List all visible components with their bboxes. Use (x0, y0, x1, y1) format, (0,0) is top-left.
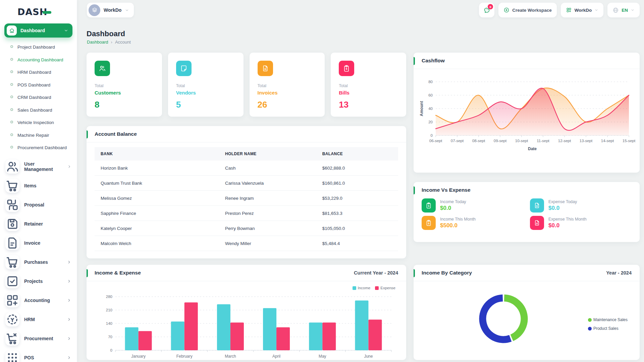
svg-text:70: 70 (108, 335, 112, 339)
legend-swatch (353, 286, 356, 290)
stat-card-vendors: TotalVendors5 (168, 53, 244, 117)
sidebar-subitem-sales-dashboard[interactable]: Sales Dashboard (0, 104, 77, 117)
legend-swatch (588, 318, 592, 322)
svg-text:07-sept: 07-sept (451, 139, 464, 143)
legend-item-product-sales[interactable]: Product Sales (588, 326, 628, 331)
gridPlus-icon (5, 293, 19, 307)
legend-item-expense[interactable]: Expense (375, 286, 395, 290)
stat-value: 13 (339, 100, 398, 110)
subitem-label: Project Dashboard (17, 44, 55, 50)
legend-item-income[interactable]: Income (353, 286, 371, 290)
sidebar-item-label: Purchases (24, 259, 48, 265)
svg-text:February: February (176, 354, 193, 359)
sidebar-subitem-project-dashboard[interactable]: Project Dashboard (0, 41, 77, 54)
create-workspace-button[interactable]: Create Workspace (498, 3, 557, 17)
sidebar-subitem-hrm-dashboard[interactable]: HRM Dashboard (0, 66, 77, 79)
sidebar-item-label: HRM (24, 317, 35, 322)
sidebar-subitem-vehicle-inspection[interactable]: Vehicle Inspection (0, 116, 77, 129)
summary-value: $0.0 (548, 205, 577, 212)
subitem-label: POS Dashboard (17, 82, 50, 88)
stat-value: 5 (176, 100, 235, 110)
sidebar-sections: User ManagementItemsProposalRetainerInvo… (0, 158, 77, 362)
legend-item-maintenance-sales[interactable]: Maintenance Sales (588, 317, 628, 322)
sidebar-item-procurement[interactable]: Procurement (0, 330, 77, 347)
chevron-right-icon (67, 317, 71, 322)
sidebar-item-retainer[interactable]: Retainer (0, 216, 77, 232)
sidebar-item-accounting[interactable]: Accounting (0, 292, 77, 309)
sidebar-item-label: Projects (24, 279, 43, 284)
table-cell: $5,484.4 (316, 236, 398, 251)
sidebar-subitem-pos-dashboard[interactable]: POS Dashboard (0, 79, 77, 92)
sidebar-item-items[interactable]: Items (0, 177, 77, 194)
summary-value: $500.0 (440, 222, 476, 229)
panel-title: Income Vs Expense (422, 187, 471, 193)
income-by-category-panel: Income By Category Year - 2024 Maintenan… (414, 265, 640, 360)
subitem-label: Sales Dashboard (17, 107, 52, 113)
app-logo[interactable]: DASH (17, 7, 51, 17)
language-code: EN (622, 8, 628, 13)
subitem-label: CRM Dashboard (17, 95, 51, 101)
table-cell: Carissa Valenzuela (219, 176, 316, 191)
bullet-icon (10, 70, 13, 73)
notifications-button[interactable]: 0 (479, 3, 494, 17)
sidebar-item-purchases[interactable]: Purchases (0, 254, 77, 270)
sidebar-subitem-crm-dashboard[interactable]: CRM Dashboard (0, 91, 77, 104)
legend-swatch (375, 286, 379, 290)
svg-text:20: 20 (428, 120, 433, 124)
stat-card-invoices: TotalInvoices26 (250, 53, 325, 117)
bullet-icon (10, 96, 13, 98)
chevron-down-icon (64, 28, 68, 33)
sidebar-item-pos[interactable]: POS (0, 349, 77, 362)
apps-menu-button[interactable]: WorkDo (561, 3, 604, 17)
sidebar-item-label: POS (24, 355, 34, 360)
table-row: Sapphire FinancePreston Perez$81,653.3 (95, 206, 398, 221)
sidebar-item-label: Items (24, 183, 37, 188)
svg-text:10-sept: 10-sept (515, 139, 528, 143)
cart-icon (5, 179, 19, 193)
summary-item-income-this-month: $Income This Month$500.0 (422, 216, 523, 230)
svg-text:May: May (319, 354, 326, 359)
breadcrumb-link-dashboard[interactable]: Dashboard (87, 40, 108, 45)
sidebar-item-projects[interactable]: Projects (0, 273, 77, 290)
chart-legend: IncomeExpense (353, 286, 395, 290)
sidebar-item-label: Proposal (24, 202, 44, 207)
legend-swatch (588, 327, 592, 330)
breadcrumb: Dashboard › Account (87, 40, 131, 45)
checkSquare-icon (5, 274, 19, 288)
svg-text:$: $ (346, 67, 347, 70)
logo-dash-accent (43, 11, 51, 14)
stat-card-customers: TotalCustomers8 (87, 53, 162, 117)
swap-icon (5, 198, 19, 212)
sidebar-item-invoice[interactable]: Invoice (0, 235, 77, 251)
workspace-switcher[interactable]: WorkDo (87, 3, 134, 17)
sidebar-subitem-accounting-dashboard[interactable]: Accounting Dashboard (0, 54, 77, 66)
sidebar-item-user-management[interactable]: User Management (0, 158, 77, 175)
summary-value: $0.0 (548, 222, 587, 229)
chevron-right-icon (67, 279, 71, 284)
sidebar-subitem-machine-repair[interactable]: Machine Repair (0, 129, 77, 142)
sidebar-item-dashboard[interactable]: Dashboard (4, 23, 72, 38)
stat-name: Invoices (258, 90, 317, 96)
language-selector[interactable]: EN (607, 3, 640, 17)
table-row: Quantum Trust BankCarissa Valenzuela$160… (95, 176, 398, 191)
table-cell: Sapphire Finance (95, 206, 219, 221)
cart-icon (5, 255, 19, 269)
notification-badge: 0 (488, 4, 493, 9)
users-icon (5, 160, 19, 174)
sidebar-item-hrm[interactable]: HRM (0, 311, 77, 328)
bullet-icon (10, 58, 13, 61)
globe-icon (612, 7, 619, 13)
gridDots-icon (5, 351, 19, 362)
stat-total-label: Total (95, 83, 154, 88)
sidebar-item-proposal[interactable]: Proposal (0, 196, 77, 213)
svg-text:0: 0 (110, 348, 112, 352)
table-row: Horizon BankCash$602,888.0 (95, 161, 398, 176)
panel-title: Cashflow (422, 58, 445, 64)
table-row: Melissa GomezRenee Ingram$53,229.0 (95, 191, 398, 206)
sidebar-subitem-procurement-dashboard[interactable]: Procurement Dashboard (0, 141, 77, 154)
chevron-right-icon (67, 260, 71, 264)
table-cell: Preston Perez (219, 206, 316, 221)
subitem-label: Vehicle Inspection (17, 120, 54, 126)
fileText-icon (530, 216, 544, 230)
summary-item-income-today: $Income Today$0.0 (422, 198, 523, 213)
